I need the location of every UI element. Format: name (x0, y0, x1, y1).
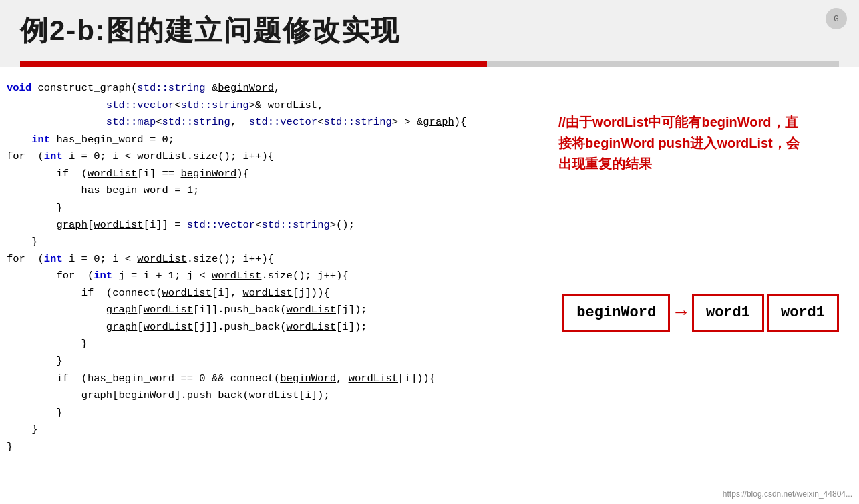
title-area: 例2-b:图的建立问题修改实现 (0, 0, 859, 56)
annotation-box: //由于wordList中可能有beginWord，直接将beginWord p… (558, 112, 839, 174)
progress-bar-fill (20, 61, 487, 67)
progress-bar-container (0, 56, 859, 67)
code-area: void construct_graph(std::string &beginW… (0, 67, 859, 465)
arrow-icon: → (673, 298, 689, 328)
progress-bar-track (20, 61, 839, 67)
page-title: 例2-b:图的建立问题修改实现 (20, 12, 839, 49)
word1-box-2: word1 (767, 294, 839, 332)
begin-word-box: beginWord (562, 294, 670, 332)
word1-box-1: word1 (692, 294, 764, 332)
diagram-row: beginWord → word1 word1 (562, 294, 839, 332)
annotation-text: //由于wordList中可能有beginWord，直接将beginWord p… (558, 112, 839, 174)
page-container: G 例2-b:图的建立问题修改实现 void construct_graph(s… (0, 0, 859, 504)
watermark: https://blog.csdn.net/weixin_44804... (723, 489, 852, 499)
icon-label: G (834, 14, 839, 24)
top-right-icon: G (826, 8, 847, 29)
